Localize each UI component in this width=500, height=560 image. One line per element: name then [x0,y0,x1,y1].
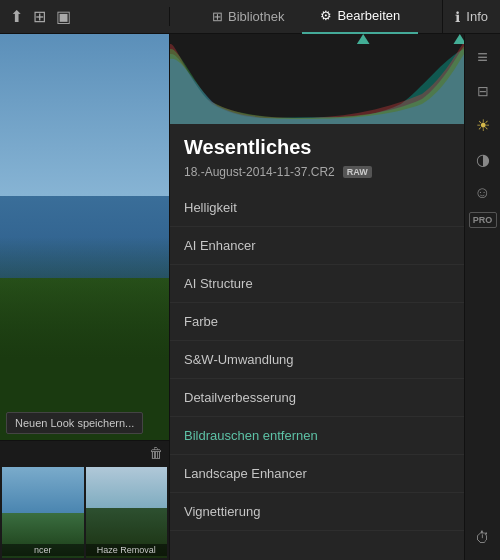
side-icons: ≡ ⊟ ☀ ◑ ☺ PRO ⏱ [464,34,500,560]
thumb-sky-1 [2,467,84,513]
upload-icon[interactable]: ⬆ [10,7,23,26]
clock-icon[interactable]: ⏱ [468,522,498,552]
histogram [170,34,464,124]
info-tab[interactable]: ℹ Info [442,0,500,34]
toolbar: ⬆ ⊞ ▣ ⊞ Bibliothek ⚙ Bearbeiten ℹ Info [0,0,500,34]
photo-sky [0,34,169,196]
window-icon[interactable]: ▣ [56,7,71,26]
toolbar-tabs: ⊞ Bibliothek ⚙ Bearbeiten [170,0,442,34]
thumb-label-2: Haze Removal [86,544,168,556]
menu-item-farbe[interactable]: Farbe [170,303,464,341]
tab-bearbeiten[interactable]: ⚙ Bearbeiten [302,0,418,34]
main-area: Neuen Look speichern... 🗑 ncer Haze Remo… [0,34,500,560]
photo-trees [0,237,169,440]
bottom-strip: 🗑 ncer Haze Removal [0,440,169,560]
thumbnails: ncer Haze Removal [0,465,169,560]
sliders-icon[interactable]: ⊟ [468,76,498,106]
layers-icon[interactable]: ≡ [468,42,498,72]
info-icon: ℹ [455,9,460,25]
face-icon[interactable]: ☺ [468,178,498,208]
bearbeiten-icon: ⚙ [320,8,332,23]
photo-main [0,34,169,440]
menu-item-vignettierung[interactable]: Vignettierung [170,493,464,531]
landscape-photo [0,34,169,440]
file-info-row: 18.-August-2014-11-37.CR2 RAW [170,163,464,189]
sun-icon[interactable]: ☀ [468,110,498,140]
tab-bearbeiten-label: Bearbeiten [337,8,400,23]
palette-icon[interactable]: ◑ [468,144,498,174]
tab-bibliothek-label: Bibliothek [228,9,284,24]
list-item[interactable]: ncer [2,467,84,558]
histogram-svg [170,34,464,124]
menu-item-helligkeit[interactable]: Helligkeit [170,189,464,227]
section-title: Wesentliches [170,124,464,163]
right-panel: Wesentliches 18.-August-2014-11-37.CR2 R… [170,34,500,560]
pro-badge[interactable]: PRO [469,212,497,228]
trash-icon[interactable]: 🗑 [149,445,163,461]
bottom-toolbar: 🗑 [0,441,169,465]
list-item[interactable]: Haze Removal [86,467,168,558]
save-look-button[interactable]: Neuen Look speichern... [6,412,143,434]
file-name: 18.-August-2014-11-37.CR2 [184,165,335,179]
menu-item-detailverbesserung[interactable]: Detailverbesserung [170,379,464,417]
info-label: Info [466,9,488,24]
thumb-label-1: ncer [2,544,84,556]
menu-item-bildrauschen[interactable]: Bildrauschen entfernen [170,417,464,455]
bibliothek-icon: ⊞ [212,9,223,24]
content-area: Wesentliches 18.-August-2014-11-37.CR2 R… [170,34,464,560]
toolbar-left: ⬆ ⊞ ▣ [0,7,170,26]
menu-item-ai-enhancer[interactable]: AI Enhancer [170,227,464,265]
menu-item-sw-umwandlung[interactable]: S&W-Umwandlung [170,341,464,379]
grid-icon[interactable]: ⊞ [33,7,46,26]
left-panel: Neuen Look speichern... 🗑 ncer Haze Remo… [0,34,170,560]
tab-bibliothek[interactable]: ⊞ Bibliothek [194,0,302,34]
menu-list: Helligkeit AI Enhancer AI Structure Farb… [170,189,464,531]
menu-item-landscape-enhancer[interactable]: Landscape Enhancer [170,455,464,493]
thumb-sky-2 [86,467,168,508]
raw-badge: RAW [343,166,372,178]
menu-item-ai-structure[interactable]: AI Structure [170,265,464,303]
